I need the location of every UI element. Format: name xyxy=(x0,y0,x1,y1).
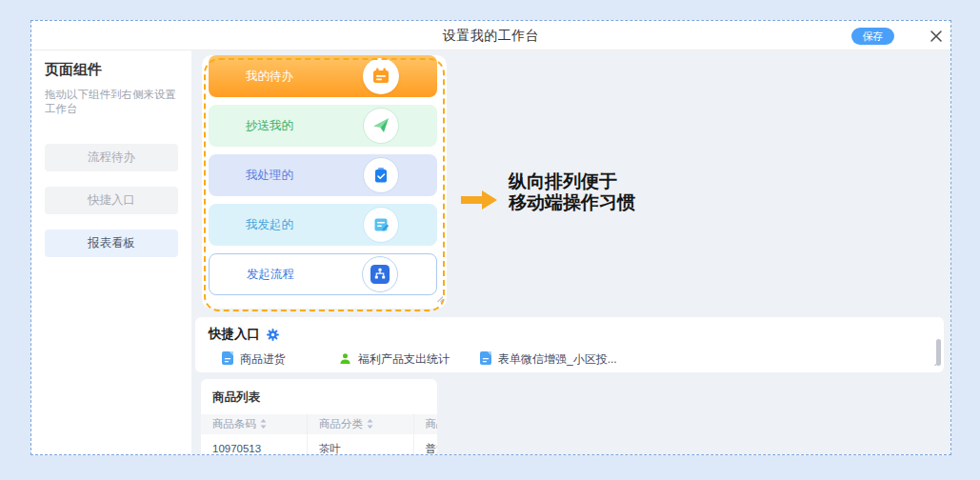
quick-entry-item-goods-purchase[interactable]: 商品进货 xyxy=(222,351,339,368)
workbench-settings-dialog: 设置我的工作台 保存 页面组件 拖动以下组件到右侧来设置工作台 流程待办 快捷入… xyxy=(30,20,951,455)
card-label: 我发起的 xyxy=(246,217,293,233)
sidebar-item-process-todo[interactable]: 流程待办 xyxy=(45,144,178,171)
column-header-category[interactable]: 商品分类 xyxy=(308,414,414,434)
sort-icon[interactable] xyxy=(367,419,373,430)
components-sidebar: 页面组件 拖动以下组件到右侧来设置工作台 流程待办 快捷入口 报表看板 xyxy=(31,50,191,454)
workflow-cards-panel: 我的待办 抄送我的 xyxy=(202,55,447,309)
dialog-title: 设置我的工作台 xyxy=(31,21,950,50)
card-cc-to-me[interactable]: 抄送我的 xyxy=(209,105,437,147)
clipboard-check-icon xyxy=(363,157,399,193)
card-label: 我处理的 xyxy=(246,168,293,184)
quick-entry-item-wechat-form[interactable]: 表单微信增强_小区投... xyxy=(480,351,617,368)
close-icon[interactable] xyxy=(930,30,943,43)
annotation-arrow-icon xyxy=(461,190,497,214)
dialog-header: 设置我的工作台 保存 xyxy=(31,21,950,50)
quick-entry-item-welfare-stats[interactable]: 福利产品支出统计 xyxy=(339,351,480,368)
product-list-card: 商品列表 商品条码 商品分类 商品名 xyxy=(201,379,437,454)
product-list-title: 商品列表 xyxy=(201,379,437,414)
annotation-text: 纵向排列便于 移动端操作习惯 xyxy=(509,171,635,213)
cell-category: 茶叶 xyxy=(308,434,414,454)
quick-entry-title: 快捷入口 xyxy=(209,326,260,343)
quick-entry-item-label: 商品进货 xyxy=(240,351,286,368)
quick-entry-card: 快捷入口 xyxy=(195,317,944,372)
calendar-icon xyxy=(363,58,399,94)
cell-barcode: 10970513 xyxy=(201,434,308,454)
org-chart-icon xyxy=(362,256,398,292)
product-table: 商品条码 商品分类 商品名 10970513 xyxy=(201,414,437,454)
quick-entry-items: 商品进货 福利产品支出统计 表单微信增强_小区投... xyxy=(195,343,944,368)
sidebar-subtitle: 拖动以下组件到右侧来设置工作台 xyxy=(45,88,178,116)
card-start-process[interactable]: 发起流程 xyxy=(209,253,437,295)
card-label: 抄送我的 xyxy=(246,118,293,134)
resize-handle-icon[interactable] xyxy=(436,290,444,307)
quick-entry-header: 快捷入口 xyxy=(195,317,944,343)
card-label: 发起流程 xyxy=(247,267,294,283)
doc-icon xyxy=(480,351,491,368)
card-initiated-by-me[interactable]: 我发起的 xyxy=(209,204,437,246)
gear-icon[interactable] xyxy=(267,329,279,341)
column-header-name[interactable]: 商品名 xyxy=(413,414,437,434)
card-my-todo[interactable]: 我的待办 xyxy=(209,55,437,97)
card-label: 我的待办 xyxy=(246,69,293,85)
sidebar-title: 页面组件 xyxy=(45,61,178,79)
table-row[interactable]: 10970513 茶叶 普洱茶 xyxy=(201,434,437,454)
workbench-preview-area: 我的待办 抄送我的 xyxy=(191,50,950,454)
column-header-barcode[interactable]: 商品条码 xyxy=(201,414,308,434)
doc-icon xyxy=(222,351,233,368)
paper-plane-icon xyxy=(363,108,399,144)
card-handled-by-me[interactable]: 我处理的 xyxy=(209,154,437,196)
page-background: 设置我的工作台 保存 页面组件 拖动以下组件到右侧来设置工作台 流程待办 快捷入… xyxy=(0,0,980,480)
table-header-row: 商品条码 商品分类 商品名 xyxy=(201,414,437,434)
quick-entry-item-label: 福利产品支出统计 xyxy=(358,351,450,368)
cell-name: 普洱茶 xyxy=(413,434,437,454)
scrollbar-thumb[interactable] xyxy=(936,339,941,366)
sidebar-item-report-board[interactable]: 报表看板 xyxy=(45,230,178,257)
note-edit-icon xyxy=(363,207,399,243)
quick-entry-item-label: 表单微信增强_小区投... xyxy=(498,351,617,368)
sidebar-item-quick-entry[interactable]: 快捷入口 xyxy=(45,187,178,214)
save-button[interactable]: 保存 xyxy=(851,28,894,45)
annotation-line-1: 纵向排列便于 xyxy=(509,171,635,192)
person-icon xyxy=(339,352,351,368)
sort-icon[interactable] xyxy=(260,419,267,430)
annotation-line-2: 移动端操作习惯 xyxy=(509,192,635,213)
